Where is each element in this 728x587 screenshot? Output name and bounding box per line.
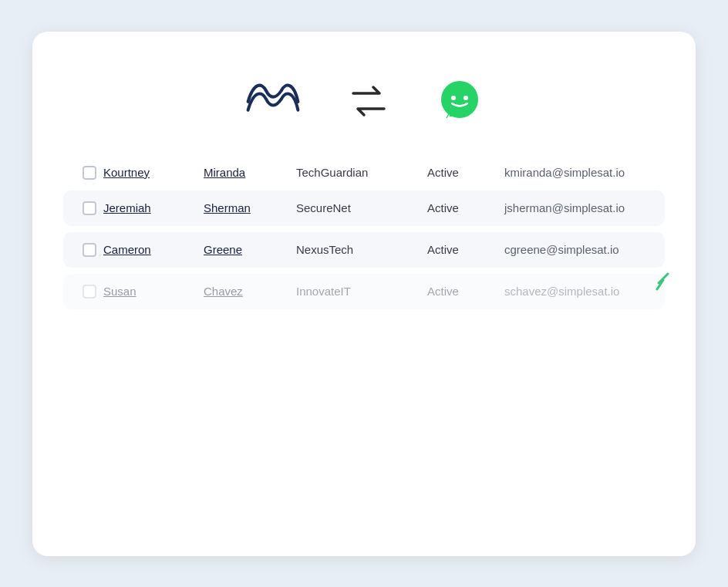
- sherman-first-name-cell: Jeremiah: [103, 201, 204, 215]
- svg-point-2: [463, 96, 468, 100]
- greene-company-cell: NexusTech: [296, 243, 427, 257]
- chavez-company-cell: InnovateIT: [296, 285, 427, 299]
- squiggle-decoration: [651, 271, 672, 295]
- contact-table: Kourtney Miranda TechGuardian Active kmi…: [63, 155, 665, 309]
- greene-first-name-cell: Cameron: [103, 243, 204, 257]
- table-row-greene: Cameron Greene NexusTech Active cgreene@…: [63, 232, 665, 268]
- sherman-checkbox[interactable]: [83, 201, 96, 215]
- chavez-first-name-cell: Susan: [103, 285, 204, 299]
- greene-checkbox-cell: [76, 243, 103, 257]
- sherman-email-cell: jsherman@simplesat.io: [504, 201, 652, 215]
- header-checkbox-cell: [76, 166, 103, 180]
- miranda-status: Active: [427, 166, 459, 179]
- table-header-row: Kourtney Miranda TechGuardian Active kmi…: [63, 155, 665, 191]
- miranda-company: TechGuardian: [296, 166, 368, 179]
- icons-row: [63, 62, 665, 124]
- svg-point-0: [441, 81, 478, 118]
- table-row-chavez: Susan Chavez InnovateIT Active schavez@s…: [63, 274, 665, 309]
- greene-email-cell: cgreene@simplesat.io: [504, 243, 652, 257]
- header-status: Active: [427, 166, 504, 180]
- eye-wave-icon: [245, 83, 301, 120]
- greene-last-name[interactable]: Greene: [204, 243, 242, 256]
- chavez-checkbox[interactable]: [83, 285, 96, 299]
- chavez-email: schavez@simplesat.io: [504, 285, 619, 298]
- sherman-status-cell: Active: [427, 201, 504, 215]
- miranda-first-name[interactable]: Kourtney: [103, 166, 150, 179]
- greene-status-cell: Active: [427, 243, 504, 257]
- main-card: Kourtney Miranda TechGuardian Active kmi…: [32, 32, 696, 556]
- greene-first-name[interactable]: Cameron: [103, 243, 151, 256]
- sherman-last-name[interactable]: Sherman: [204, 201, 251, 214]
- chavez-checkbox-cell: [76, 285, 103, 299]
- chavez-company: InnovateIT: [296, 285, 351, 298]
- greene-last-name-cell: Greene: [204, 243, 296, 257]
- greene-checkbox[interactable]: [83, 243, 96, 257]
- miranda-last-name[interactable]: Miranda: [204, 166, 245, 179]
- sherman-company-cell: SecureNet: [296, 201, 427, 215]
- sherman-company: SecureNet: [296, 201, 351, 214]
- chavez-last-name[interactable]: Chavez: [204, 285, 243, 298]
- chat-whatsapp-icon: [436, 78, 483, 124]
- miranda-email: kmiranda@simplesat.io: [504, 166, 625, 179]
- chavez-email-cell: schavez@simplesat.io: [504, 285, 652, 299]
- chavez-status-cell: Active: [427, 285, 504, 299]
- header-last-name: Miranda: [204, 166, 296, 180]
- chavez-status: Active: [427, 285, 459, 298]
- sherman-email: jsherman@simplesat.io: [504, 201, 625, 214]
- greene-email: cgreene@simplesat.io: [504, 243, 619, 256]
- header-first-name: Kourtney: [103, 166, 204, 180]
- header-checkbox[interactable]: [83, 166, 96, 180]
- sherman-first-name[interactable]: Jeremiah: [103, 201, 151, 214]
- header-company: TechGuardian: [296, 166, 427, 180]
- sherman-status: Active: [427, 201, 459, 214]
- sherman-last-name-cell: Sherman: [204, 201, 296, 215]
- sherman-checkbox-cell: [76, 201, 103, 215]
- table-row-sherman: Jeremiah Sherman SecureNet Active jsherm…: [63, 191, 665, 226]
- chavez-last-name-cell: Chavez: [204, 285, 296, 299]
- greene-company: NexusTech: [296, 243, 353, 256]
- swap-icon: [347, 79, 390, 123]
- greene-status: Active: [427, 243, 459, 256]
- header-email: kmiranda@simplesat.io: [504, 166, 652, 180]
- chavez-first-name[interactable]: Susan: [103, 285, 136, 298]
- svg-point-1: [451, 96, 456, 100]
